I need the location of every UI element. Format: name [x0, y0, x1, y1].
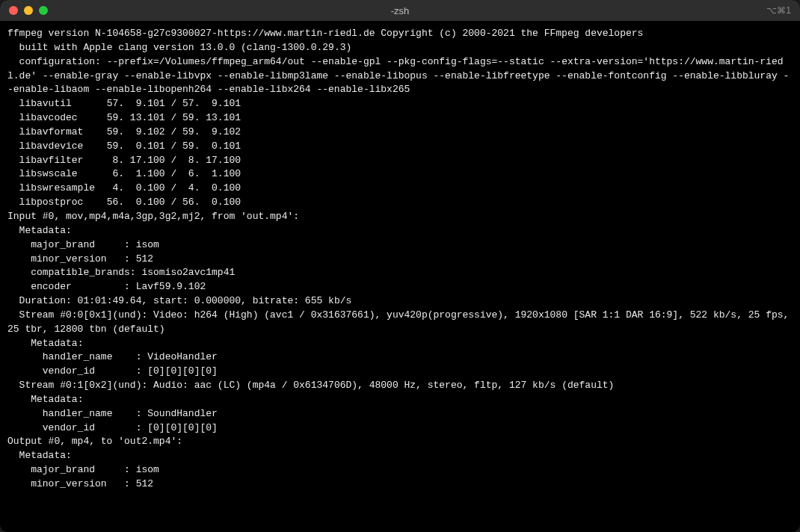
- terminal-line: Stream #0:0[0x1](und): Video: h264 (High…: [7, 309, 793, 337]
- terminal-line: Metadata:: [7, 337, 793, 351]
- terminal-line: Output #0, mp4, to 'out2.mp4':: [7, 435, 793, 449]
- terminal-line: minor_version : 512: [7, 477, 793, 492]
- terminal-line: handler_name : SoundHandler: [7, 407, 793, 421]
- terminal-line: compatible_brands: isomiso2avc1mp41: [7, 266, 793, 280]
- terminal-line: built with Apple clang version 13.0.0 (c…: [7, 41, 793, 55]
- terminal-line: libswresample 4. 0.100 / 4. 0.100: [7, 182, 793, 196]
- traffic-lights: [9, 6, 48, 15]
- maximize-icon[interactable]: [39, 6, 48, 15]
- window-title: -zsh: [391, 5, 410, 16]
- close-icon[interactable]: [9, 6, 18, 15]
- terminal-line: Metadata:: [7, 224, 793, 238]
- terminal-line: vendor_id : [0][0][0][0]: [7, 365, 793, 379]
- terminal-line: minor_version : 512: [7, 253, 793, 267]
- minimize-icon[interactable]: [24, 6, 33, 15]
- terminal-line: libswscale 6. 1.100 / 6. 1.100: [7, 167, 793, 182]
- terminal-line: Stream #0:1[0x2](und): Audio: aac (LC) (…: [7, 379, 793, 393]
- terminal-line: vendor_id : [0][0][0][0]: [7, 421, 793, 436]
- terminal-line: libavfilter 8. 17.100 / 8. 17.100: [7, 154, 793, 168]
- terminal-line: major_brand : isom: [7, 463, 793, 477]
- terminal-line: handler_name : VideoHandler: [7, 350, 793, 365]
- window-shortcut: ⌥⌘1: [766, 5, 791, 16]
- terminal-line: major_brand : isom: [7, 238, 793, 253]
- terminal-line: Metadata:: [7, 449, 793, 463]
- terminal-line: libavutil 57. 9.101 / 57. 9.101: [7, 97, 793, 111]
- terminal-line: libavcodec 59. 13.101 / 59. 13.101: [7, 111, 793, 126]
- terminal-line: libpostproc 56. 0.100 / 56. 0.100: [7, 196, 793, 210]
- terminal-line: Duration: 01:01:49.64, start: 0.000000, …: [7, 294, 793, 309]
- terminal-window: -zsh ⌥⌘1 ffmpeg version N-104658-g27c930…: [0, 0, 800, 532]
- terminal-line: libavdevice 59. 0.101 / 59. 0.101: [7, 140, 793, 154]
- terminal-line: ffmpeg version N-104658-g27c9300027-http…: [7, 27, 793, 41]
- terminal-line: Metadata:: [7, 393, 793, 407]
- terminal-line: Input #0, mov,mp4,m4a,3gp,3g2,mj2, from …: [7, 210, 793, 224]
- terminal-line: libavformat 59. 9.102 / 59. 9.102: [7, 126, 793, 140]
- terminal-line: encoder : Lavf59.9.102: [7, 280, 793, 294]
- terminal-output[interactable]: ffmpeg version N-104658-g27c9300027-http…: [0, 21, 800, 532]
- terminal-line: configuration: --prefix=/Volumes/ffmpeg_…: [7, 55, 793, 98]
- titlebar[interactable]: -zsh ⌥⌘1: [0, 0, 800, 21]
